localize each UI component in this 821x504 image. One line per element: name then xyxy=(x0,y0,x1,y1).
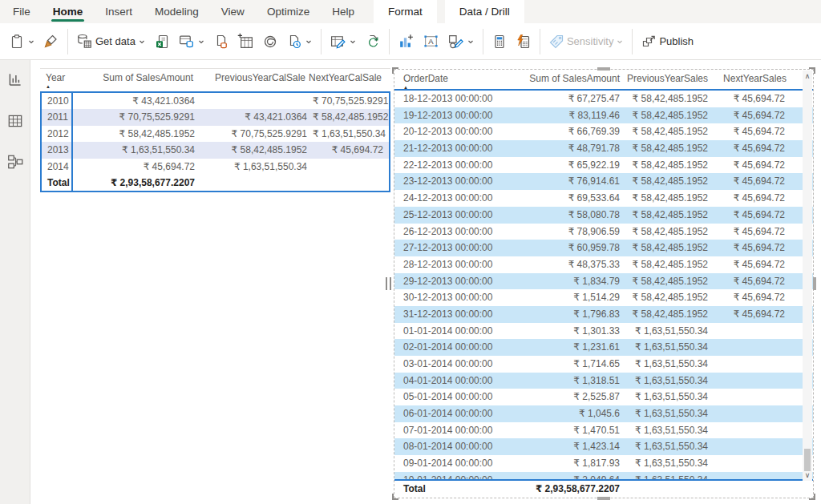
table-row[interactable]: 01-01-2014 00:00:00₹ 1,301.33₹ 1,63,51,5… xyxy=(394,323,813,340)
scroll-down-icon[interactable]: ∨ xyxy=(803,470,812,480)
table-row[interactable]: 29-12-2013 00:00:00₹ 1,834.79₹ 58,42,485… xyxy=(394,273,813,290)
table-cell[interactable]: ₹ 45,694.72 xyxy=(712,91,803,107)
table-cell[interactable]: ₹ 70,75,525.9291 xyxy=(73,109,200,125)
table-cell[interactable]: ₹ 58,42,485.1952 xyxy=(624,289,712,306)
menu-tab-help[interactable]: Help xyxy=(321,0,366,23)
table-cell[interactable]: ₹ 1,301.33 xyxy=(515,323,624,340)
table-cell[interactable]: ₹ 58,42,485.1952 xyxy=(624,240,712,256)
table-cell[interactable]: 25-12-2013 00:00:00 xyxy=(394,207,515,224)
table-cell[interactable]: ₹ 45,694.72 xyxy=(712,273,803,290)
table-cell[interactable]: ₹ 58,42,485.1952 xyxy=(73,126,200,142)
table-cell[interactable]: ₹ 58,080.78 xyxy=(515,207,624,224)
table-row[interactable]: 18-12-2013 00:00:00₹ 67,275.47₹ 58,42,48… xyxy=(394,91,813,107)
table-cell[interactable]: ₹ 43,421.0364 xyxy=(73,93,200,109)
table-cell[interactable]: 22-12-2013 00:00:00 xyxy=(394,157,515,174)
table-cell[interactable]: ₹ 1,63,51,550.34 xyxy=(624,373,712,389)
table-row[interactable]: 04-01-2014 00:00:00₹ 1,318.51₹ 1,63,51,5… xyxy=(394,373,813,389)
table-cell[interactable]: ₹ 1,63,51,550.34 xyxy=(200,159,313,175)
table-cell[interactable]: 2010 xyxy=(42,93,73,109)
new-measure-button[interactable] xyxy=(487,30,512,54)
table-cell[interactable]: 02-01-2014 00:00:00 xyxy=(394,339,515,356)
resize-handle-bottom-left[interactable] xyxy=(392,494,398,500)
menu-tab-home[interactable]: Home xyxy=(42,0,95,23)
table-cell[interactable]: 28-12-2013 00:00:00 xyxy=(394,256,515,273)
table-cell[interactable] xyxy=(712,373,803,389)
table-cell[interactable]: ₹ 45,694.72 xyxy=(712,306,803,323)
table-cell[interactable]: 26-12-2013 00:00:00 xyxy=(394,224,515,240)
table-visual-yearly-sales[interactable]: Year▲Sum of SalesAmountPreviousYearCalSa… xyxy=(40,68,390,192)
table-cell[interactable]: 06-01-2014 00:00:00 xyxy=(394,405,515,422)
table-cell[interactable]: 21-12-2013 00:00:00 xyxy=(394,140,515,157)
table-row[interactable]: 23-12-2013 00:00:00₹ 76,914.61₹ 58,42,48… xyxy=(394,173,813,190)
table-cell[interactable]: ₹ 70,75,525.9291 xyxy=(200,126,313,142)
table-cell[interactable]: ₹ 45,694.72 xyxy=(712,140,803,157)
table-cell[interactable]: ₹ 1,63,51,550.34 xyxy=(624,405,712,422)
table-row[interactable]: 26-12-2013 00:00:00₹ 78,906.59₹ 58,42,48… xyxy=(394,224,813,240)
get-data-button[interactable]: Get data xyxy=(72,29,150,54)
onelake-data-hub-button[interactable] xyxy=(174,29,209,54)
table-row[interactable]: 05-01-2014 00:00:00₹ 2,525.87₹ 1,63,51,5… xyxy=(394,389,813,405)
table-cell[interactable]: ₹ 1,714.65 xyxy=(515,356,624,373)
table-cell[interactable]: ₹ 1,63,51,550.34 xyxy=(624,323,712,340)
table-row[interactable]: 19-12-2013 00:00:00₹ 83,119.46₹ 58,42,48… xyxy=(394,107,813,124)
table-cell[interactable]: ₹ 58,42,485.1952 xyxy=(624,207,712,224)
table-cell[interactable]: ₹ 2,049.64 xyxy=(515,472,624,479)
paste-button[interactable] xyxy=(5,30,39,54)
table-cell[interactable]: ₹ 45,694.72 xyxy=(712,107,803,124)
resize-handle-bottom-right[interactable] xyxy=(809,494,815,500)
table-row[interactable]: 28-12-2013 00:00:00₹ 48,375.33₹ 58,42,48… xyxy=(394,256,813,273)
table-row[interactable]: 2014₹ 45,694.72₹ 1,63,51,550.34 xyxy=(42,159,389,175)
menu-tab-view[interactable]: View xyxy=(210,0,256,23)
table-cell[interactable]: 2013 xyxy=(42,142,73,158)
column-header-sum-of-salesamount[interactable]: Sum of SalesAmount xyxy=(515,70,624,91)
recent-sources-button[interactable] xyxy=(282,30,317,54)
table-cell[interactable]: 23-12-2013 00:00:00 xyxy=(394,173,515,190)
quick-measure-button[interactable] xyxy=(512,30,536,54)
table-cell[interactable]: ₹ 69,533.64 xyxy=(515,190,624,207)
table-row[interactable]: 09-01-2014 00:00:00₹ 1,817.93₹ 1,63,51,5… xyxy=(394,455,813,472)
column-header-sum-of-salesamount[interactable]: Sum of SalesAmount xyxy=(71,69,199,91)
resize-handle-top-right[interactable] xyxy=(809,67,815,74)
table-cell[interactable]: ₹ 45,694.72 xyxy=(712,207,803,224)
column-header-nextyearcalsale[interactable]: NextYearCalSale xyxy=(311,69,387,91)
table-cell[interactable]: 24-12-2013 00:00:00 xyxy=(394,190,515,207)
table-cell[interactable]: ₹ 45,694.72 xyxy=(712,224,803,240)
sensitivity-button[interactable]: Sensitivity xyxy=(544,30,629,54)
table-cell[interactable]: ₹ 1,470.51 xyxy=(515,422,624,439)
column-header-previousyearsales[interactable]: PreviousYearSales xyxy=(624,70,712,91)
table-cell[interactable]: ₹ 45,694.72 xyxy=(712,190,803,207)
table-row[interactable]: 2010₹ 43,421.0364₹ 70,75,525.9291 xyxy=(42,93,389,109)
table-cell[interactable]: ₹ 1,318.51 xyxy=(515,373,624,389)
table-cell[interactable]: ₹ 70,75,525.9291 xyxy=(313,93,389,109)
resize-handle-right[interactable] xyxy=(813,277,816,290)
table-row[interactable]: 21-12-2013 00:00:00₹ 48,791.78₹ 58,42,48… xyxy=(394,140,813,157)
table-row[interactable]: 25-12-2013 00:00:00₹ 58,080.78₹ 58,42,48… xyxy=(394,207,813,224)
menu-tab-modeling[interactable]: Modeling xyxy=(144,0,210,23)
table-cell[interactable]: ₹ 45,694.72 xyxy=(712,256,803,273)
table-cell[interactable]: ₹ 1,63,51,550.34 xyxy=(624,472,712,479)
table-visual-daily-sales[interactable]: OrderDate▲Sum of SalesAmountPreviousYear… xyxy=(394,69,814,498)
format-painter-button[interactable] xyxy=(39,30,63,54)
report-canvas[interactable]: Year▲Sum of SalesAmountPreviousYearCalSa… xyxy=(30,60,821,504)
table-cell[interactable]: ₹ 45,694.72 xyxy=(712,123,803,140)
new-visual-button[interactable] xyxy=(394,29,419,54)
table-cell[interactable]: ₹ 43,421.0364 xyxy=(200,109,313,125)
table-cell[interactable]: 09-01-2014 00:00:00 xyxy=(394,455,515,472)
column-header-previousyearcalsale[interactable]: PreviousYearCalSale xyxy=(199,69,311,91)
table-cell[interactable] xyxy=(712,339,803,356)
menu-tab-file[interactable]: File xyxy=(2,0,42,23)
transform-data-button[interactable] xyxy=(326,29,361,54)
table-cell[interactable]: 27-12-2013 00:00:00 xyxy=(394,240,515,256)
menu-tab-format[interactable]: Format xyxy=(374,0,437,23)
table-cell[interactable]: ₹ 1,045.6 xyxy=(515,405,624,422)
table-cell[interactable] xyxy=(313,159,389,175)
table-row[interactable]: 06-01-2014 00:00:00₹ 1,045.6₹ 1,63,51,55… xyxy=(394,405,813,422)
table-cell[interactable]: 19-12-2013 00:00:00 xyxy=(394,107,515,124)
table-cell[interactable] xyxy=(200,93,313,109)
scrollbar-thumb[interactable] xyxy=(804,449,811,471)
table-cell[interactable]: ₹ 1,63,51,550.34 xyxy=(313,126,389,142)
table-cell[interactable]: 2012 xyxy=(42,126,73,142)
table-cell[interactable]: ₹ 1,63,51,550.34 xyxy=(624,389,712,405)
table-cell[interactable] xyxy=(712,438,803,455)
table-cell[interactable]: ₹ 1,423.14 xyxy=(515,438,624,455)
